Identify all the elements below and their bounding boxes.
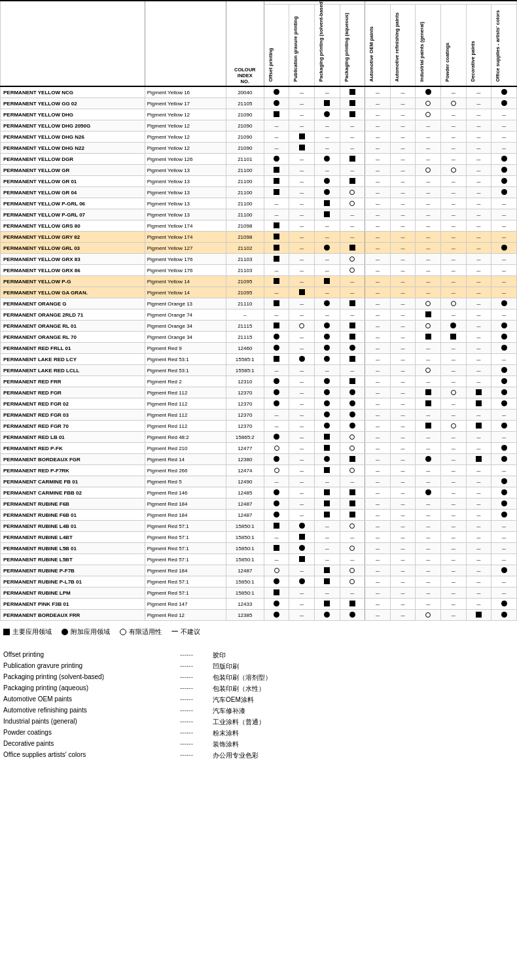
cell-value: – bbox=[365, 543, 391, 554]
cell-value: – bbox=[365, 443, 391, 454]
cell-value: – bbox=[441, 276, 467, 287]
header-col-7: Powder coatings bbox=[441, 5, 467, 87]
cell-value: – bbox=[314, 543, 340, 554]
cell-value: – bbox=[441, 554, 467, 565]
cell-value: – bbox=[264, 120, 289, 131]
header-col-6: Industrial paints (general) bbox=[416, 5, 441, 87]
cell-value: – bbox=[289, 120, 315, 131]
cell-value: – bbox=[441, 465, 467, 476]
cell-value bbox=[314, 298, 340, 309]
cell-ci: Pigment Yellow 12 bbox=[145, 109, 226, 120]
cell-value bbox=[340, 599, 365, 610]
cell-value: – bbox=[264, 287, 289, 298]
cell-cino: 12487 bbox=[226, 510, 264, 521]
legend-row: 主要应用领域 附加应用领域 有限适用性 一 不建议 bbox=[3, 627, 514, 637]
cell-value bbox=[491, 365, 517, 376]
cell-name: PERMANENT YELLOW GG 02 bbox=[1, 98, 145, 109]
cell-cino: 21095 bbox=[226, 287, 264, 298]
table-row: PERMANENT YELLOW GG 02Pigment Yellow 172… bbox=[1, 98, 517, 109]
table-row: PERMANENT RED FRLL 01Pigment Red 912460–… bbox=[1, 343, 517, 354]
cell-value: – bbox=[340, 120, 365, 131]
cell-value bbox=[340, 321, 365, 332]
cell-value: – bbox=[289, 487, 315, 499]
glossary-cn: 凹版印刷 bbox=[213, 662, 514, 671]
cell-value bbox=[264, 109, 289, 120]
cell-value bbox=[340, 298, 365, 309]
cell-value bbox=[416, 332, 441, 343]
cell-value bbox=[264, 454, 289, 465]
cell-value: – bbox=[441, 610, 467, 621]
legend-label-square: 主要应用领域 bbox=[12, 627, 52, 637]
cell-value bbox=[491, 487, 517, 499]
cell-ci: Pigment Red 57:1 bbox=[145, 554, 226, 565]
cell-name: PERMANENT YELLOW GRY 82 bbox=[1, 232, 145, 243]
cell-value bbox=[314, 198, 340, 209]
cell-name: PERMANENT YELLOW GRS 80 bbox=[1, 220, 145, 232]
cell-value: – bbox=[491, 543, 517, 554]
cell-ci: Pigment Red 57:1 bbox=[145, 521, 226, 532]
cell-value: – bbox=[441, 398, 467, 410]
cell-value bbox=[289, 354, 315, 365]
cell-cino: 12485 bbox=[226, 487, 264, 499]
cell-value: – bbox=[491, 198, 517, 209]
cell-value: – bbox=[289, 454, 315, 465]
cell-value: – bbox=[416, 131, 441, 143]
cell-value bbox=[264, 499, 289, 510]
cell-value bbox=[340, 387, 365, 398]
table-row: PERMANENT RUBINE L4BTPigment Red 57:1158… bbox=[1, 532, 517, 543]
symbol-circle bbox=[120, 629, 126, 635]
cell-value: – bbox=[416, 354, 441, 365]
header-col-8: Decorative paints bbox=[466, 5, 491, 87]
cell-value: – bbox=[491, 287, 517, 298]
cell-value: – bbox=[491, 143, 517, 154]
cell-value: – bbox=[289, 109, 315, 120]
cell-value bbox=[340, 376, 365, 387]
cell-value bbox=[264, 332, 289, 343]
cell-value bbox=[466, 454, 491, 465]
cell-value: – bbox=[264, 421, 289, 432]
cell-value: – bbox=[365, 376, 391, 387]
cell-value bbox=[491, 499, 517, 510]
cell-cino: 12370 bbox=[226, 387, 264, 398]
cell-value: – bbox=[365, 232, 391, 243]
glossary-dashes: ------ bbox=[160, 662, 213, 671]
cell-value: – bbox=[390, 154, 416, 165]
table-row: PERMANENT YELLOW DGRPigment Yellow 12621… bbox=[1, 154, 517, 165]
cell-value: – bbox=[441, 454, 467, 465]
cell-value: – bbox=[466, 521, 491, 532]
cell-value: – bbox=[491, 109, 517, 120]
cell-ci: Pigment Yellow 14 bbox=[145, 276, 226, 287]
cell-value: – bbox=[340, 209, 365, 220]
cell-value: – bbox=[466, 243, 491, 254]
cell-value: – bbox=[289, 154, 315, 165]
cell-value bbox=[340, 487, 365, 499]
legend-label-filled: 附加应用领域 bbox=[71, 627, 110, 637]
cell-ci: Pigment Red 5 bbox=[145, 476, 226, 487]
table-row: PERMANENT LAKE RED LCYPigment Red 53:115… bbox=[1, 354, 517, 365]
glossary-cn: 胶印 bbox=[213, 651, 514, 660]
cell-value bbox=[491, 165, 517, 176]
cell-value bbox=[491, 476, 517, 487]
cell-cino: 21095 bbox=[226, 276, 264, 287]
cell-value: – bbox=[340, 287, 365, 298]
cell-value: – bbox=[390, 309, 416, 321]
table-row: PERMANENT RED FGR 03Pigment Red 11212370… bbox=[1, 410, 517, 421]
cell-value bbox=[264, 298, 289, 309]
cell-value bbox=[314, 354, 340, 365]
cell-value: – bbox=[491, 465, 517, 476]
cell-value bbox=[491, 332, 517, 343]
cell-value bbox=[314, 343, 340, 354]
cell-value: – bbox=[390, 343, 416, 354]
table-row: PERMANENT RUBINE F6BPigment Red 18412487… bbox=[1, 499, 517, 510]
cell-value: – bbox=[314, 143, 340, 154]
cell-name: PERMANENT RED FGR bbox=[1, 387, 145, 398]
cell-value bbox=[264, 376, 289, 387]
cell-value bbox=[441, 387, 467, 398]
cell-cino: 21115 bbox=[226, 332, 264, 343]
cell-value: – bbox=[390, 254, 416, 265]
cell-value: – bbox=[466, 265, 491, 276]
cell-name: PERMANENT RED FRR bbox=[1, 376, 145, 387]
glossary-cn: 包装印刷（溶剂型） bbox=[213, 673, 514, 682]
table-row: PERMANENT YELLOW GRX 86Pigment Yellow 17… bbox=[1, 265, 517, 276]
cell-value: – bbox=[390, 143, 416, 154]
